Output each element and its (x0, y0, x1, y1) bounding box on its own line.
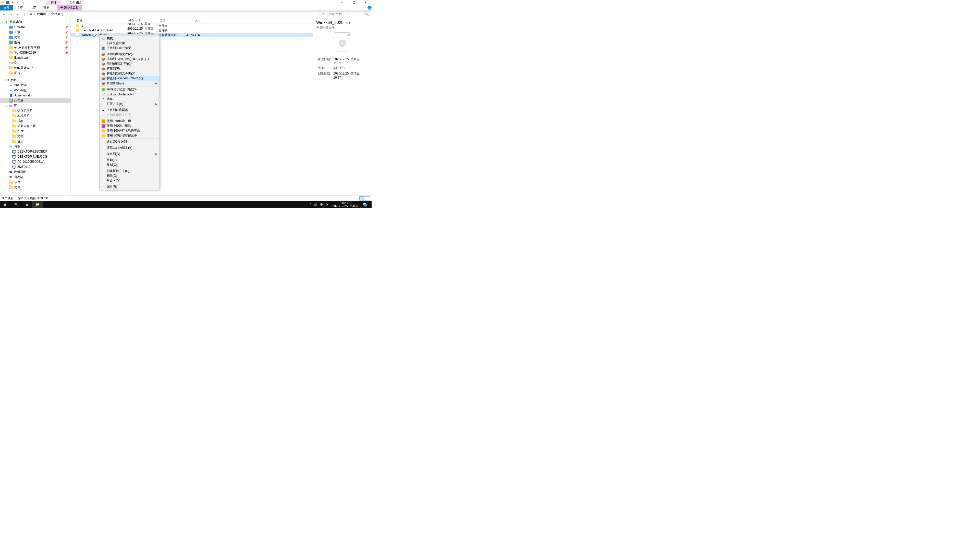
context-menu-item[interactable]: 删除(D) (100, 173, 159, 178)
address-bar[interactable]: 🖥 › 此电脑 › 文档 (E:) › ⌄ ⟳ (28, 11, 326, 17)
expand-icon[interactable]: › (6, 89, 6, 92)
expand-icon[interactable]: › (2, 110, 2, 112)
col-name[interactable]: 名称 (75, 18, 127, 23)
tree-node[interactable]: Bandicam (0, 55, 70, 60)
breadcrumb-pc[interactable]: 此电脑 (37, 12, 47, 16)
nav-forward-button[interactable]: → (8, 11, 14, 17)
tree-node[interactable]: 文档📌 (0, 35, 70, 40)
context-menu-item[interactable]: 剪切(T) (100, 158, 159, 162)
tray-ime-mode-icon[interactable]: ⟳ (326, 203, 328, 206)
qat-properties-icon[interactable]: 🟦 (5, 0, 10, 5)
ribbon-tab-view[interactable]: 查看 (40, 5, 53, 11)
context-menu-item[interactable]: 📘上传到有道云笔记 (100, 46, 159, 51)
tree-node[interactable]: 下载📌 (0, 30, 70, 35)
close-button[interactable]: ✕ (360, 0, 372, 5)
context-menu-item[interactable]: 📦用360压缩打开(Q) (100, 62, 159, 66)
expand-icon[interactable]: › (6, 99, 6, 102)
tree-node[interactable]: excel表格制作求和📌 (0, 45, 70, 50)
tree-node[interactable]: ›图片 (0, 129, 70, 134)
tree-node[interactable]: ›👤Administrator (0, 93, 70, 98)
view-details-button[interactable] (360, 197, 364, 200)
tree-node[interactable]: ›☁WPS网盘 (0, 88, 70, 93)
addr-refresh-icon[interactable]: ⟳ (322, 13, 325, 16)
search-button[interactable]: 🔍 (11, 201, 21, 208)
context-menu-item[interactable]: ☁上传到百度网盘 (100, 108, 159, 113)
tree-node[interactable]: ›PC-20190530OBLA (0, 159, 70, 164)
tree-node[interactable]: YUNQISHI2019📌 (0, 50, 70, 55)
context-menu-item[interactable]: 通过QQ发送到 (100, 139, 159, 144)
tree-node[interactable]: ›☁OneDrive (0, 83, 70, 88)
expand-icon[interactable]: › (2, 156, 2, 158)
context-menu-item[interactable]: 📦解压到当前文件夹(X) (100, 71, 159, 76)
ribbon-tab-file[interactable]: 文件 (0, 5, 13, 11)
tree-node[interactable]: ›音乐 (0, 139, 70, 144)
tree-node[interactable]: ›ZMT2019 (0, 164, 70, 169)
expand-icon[interactable]: › (2, 120, 2, 122)
tree-node[interactable]: ›DESKTOP-NJEU3CG (0, 154, 70, 159)
context-menu-item[interactable]: 🟢用 蜂蜜浏览器 浏览(3) (100, 87, 159, 92)
context-menu-item[interactable]: 📝Edit with Notepad++ (100, 92, 159, 97)
context-menu-item[interactable]: 重命名(M) (100, 178, 159, 183)
col-size[interactable]: 大小 (185, 18, 202, 23)
expand-icon[interactable]: › (2, 125, 2, 127)
maximize-button[interactable]: ☐ (348, 0, 360, 5)
context-menu-item[interactable]: 📦添加到 "Win7x64_2020.zip" (T) (100, 57, 159, 62)
view-icons-button[interactable] (365, 197, 370, 200)
expand-icon[interactable]: › (2, 165, 2, 168)
col-type[interactable]: 类型 (159, 18, 185, 23)
expand-icon[interactable]: ⌄ (6, 145, 8, 148)
expand-icon[interactable]: ⌄ (2, 21, 3, 24)
tree-node[interactable]: 软件 (0, 179, 70, 185)
expand-icon[interactable]: › (2, 114, 2, 118)
tree-node[interactable]: ›视频 (0, 118, 70, 124)
nav-back-button[interactable]: ← (2, 11, 7, 17)
context-menu-item[interactable]: 📦解压到 Win7x64_2020\ (E) (100, 76, 159, 81)
qat-customize-icon[interactable]: ▾ (21, 0, 25, 5)
navigation-tree[interactable]: ⌄★快速访问Desktop📌下载📌文档📌图片📌excel表格制作求和📌YUNQI… (0, 18, 71, 195)
context-menu-item[interactable]: 创建快捷方式(S) (100, 168, 159, 173)
action-center-button[interactable]: 💬 (363, 203, 366, 206)
tree-node[interactable]: ›保存的图片 (0, 108, 70, 113)
ribbon-tab-share[interactable]: 共享 (27, 5, 40, 11)
show-desktop-button[interactable] (369, 201, 371, 208)
tree-node[interactable]: ›本机照片 (0, 113, 70, 118)
tray-ime[interactable]: 中 (320, 203, 323, 207)
tree-node[interactable]: ›文档 (0, 134, 70, 139)
addr-dropdown-icon[interactable]: ⌄ (318, 13, 320, 16)
tree-node[interactable]: ⌄桌面 (0, 78, 70, 83)
tree-node[interactable]: 🛠控制面板 (0, 169, 70, 175)
nav-recent-button[interactable]: ▾ (15, 11, 21, 17)
tree-node[interactable]: ›DESKTOP-LSSOEDP (0, 149, 70, 154)
qat-undo-icon[interactable]: ↶ (15, 0, 21, 5)
tree-node[interactable]: G:\ (0, 60, 70, 65)
context-menu-item[interactable]: 🟧使用 360解除占用 (100, 119, 159, 124)
context-menu-item[interactable]: 💿装载 (100, 36, 159, 41)
qat-delete-icon[interactable]: ✖ (10, 0, 15, 5)
tree-node[interactable]: ⌄🗃库 (0, 103, 70, 108)
context-menu-item[interactable]: 还原以前的版本(V) (100, 145, 159, 150)
tree-node[interactable]: 文件 (0, 185, 70, 190)
breadcrumb-drive[interactable]: 文档 (E:) (51, 12, 64, 16)
column-headers[interactable]: 名称 修改日期 类型 大小 (71, 18, 313, 24)
tree-node[interactable]: ›天翼云盘下载 (0, 124, 70, 129)
context-menu-item[interactable]: 属性(R) (100, 184, 159, 189)
expand-icon[interactable]: › (2, 150, 2, 153)
tree-node[interactable]: win7重装win7 (0, 65, 70, 70)
context-menu-item[interactable]: 📦解压到(F)... (100, 66, 159, 71)
help-button[interactable]: ? (368, 6, 372, 10)
context-menu-item[interactable]: 打开方式(H)▶ (100, 102, 159, 106)
tree-node[interactable]: Desktop📌 (0, 24, 70, 30)
context-menu-item[interactable]: 📦其他压缩命令▶ (100, 81, 159, 86)
expand-icon[interactable]: ⌄ (6, 104, 8, 107)
context-menu-item[interactable]: 📦添加到压缩文件(A)... (100, 52, 159, 57)
file-row[interactable]: BaiduNetdiskDownload 2020/12/25, 星期五 1..… (71, 28, 313, 33)
context-menu-item[interactable]: 🟡使用 360进行木马云查杀 (100, 128, 159, 133)
expand-icon[interactable]: › (2, 135, 2, 138)
context-menu-item[interactable]: 🟡使用 360管理右键菜单 (100, 133, 159, 138)
context-menu-item[interactable]: ↗共享 (100, 97, 159, 102)
expand-icon[interactable]: › (6, 94, 6, 97)
context-menu[interactable]: 💿装载刻录光盘映像📘上传到有道云笔记📦添加到压缩文件(A)...📦添加到 "Wi… (99, 35, 160, 190)
nav-up-button[interactable]: ↑ (21, 11, 27, 17)
tray-volume-icon[interactable]: 🔊 (313, 203, 318, 206)
minimize-button[interactable]: ─ (336, 0, 348, 5)
